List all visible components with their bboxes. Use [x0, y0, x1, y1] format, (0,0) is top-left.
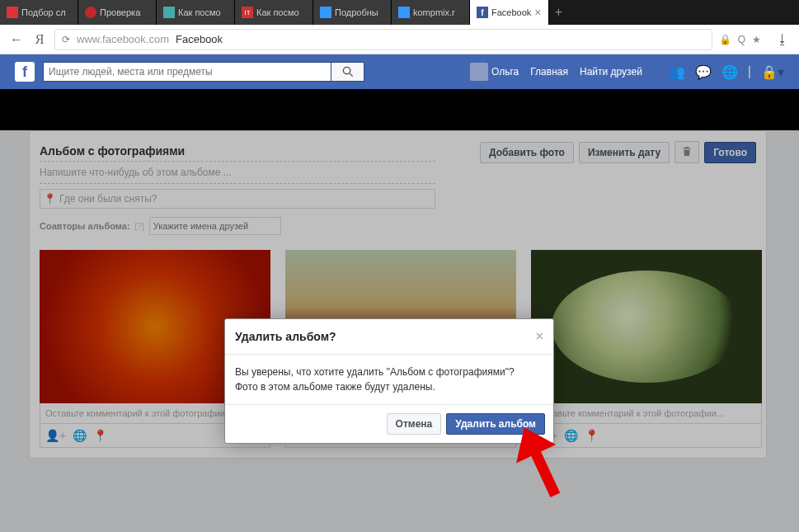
dialog-message-line1: Вы уверены, что хотите удалить "Альбом с… — [235, 365, 543, 379]
close-icon[interactable]: × — [534, 6, 541, 19]
privacy-icon[interactable]: 🔒▾ — [761, 64, 784, 80]
profile-link[interactable]: Ольга — [470, 63, 519, 81]
svg-point-0 — [343, 67, 350, 73]
yandex-button[interactable]: Я — [31, 31, 48, 48]
date-icon[interactable]: 🌐 — [73, 429, 87, 442]
delete-album-button[interactable] — [674, 141, 699, 163]
trash-icon — [682, 146, 692, 156]
notifications-icon[interactable]: 🌐 — [721, 64, 738, 80]
location-icon: 📍 — [44, 193, 56, 205]
location-icon[interactable]: 📍 — [585, 429, 599, 442]
new-tab-button[interactable]: + — [549, 0, 569, 25]
facebook-header: f Ольга Главная Найти друзей 👥 💬 🌐 | 🔒▾ — [0, 54, 799, 89]
download-icon[interactable]: ⭳ — [774, 31, 791, 48]
svg-line-1 — [350, 73, 353, 77]
delete-album-dialog: Удалить альбом? × Вы уверены, что хотите… — [224, 318, 554, 444]
tab-label: Как посмо — [256, 7, 299, 17]
friends-icon[interactable]: 👥 — [669, 64, 685, 80]
nav-home[interactable]: Главная — [530, 66, 568, 78]
cancel-button[interactable]: Отмена — [387, 413, 442, 435]
album-title-input[interactable] — [40, 141, 435, 162]
tab-label: Проверка — [100, 7, 140, 17]
tag-icon[interactable]: 👤+ — [45, 429, 66, 442]
coauthors-input[interactable] — [149, 217, 281, 235]
browser-tab-6[interactable]: kompmix.r — [392, 0, 470, 25]
browser-tab-1[interactable]: Подбор сл — [0, 0, 78, 25]
address-bar: ← Я ⟳ www.facebook.com Facebook 🔒 Q ★ ⭳ — [0, 25, 799, 54]
location-icon[interactable]: 📍 — [93, 429, 107, 442]
url-host: www.facebook.com — [77, 33, 169, 45]
album-location-input[interactable]: 📍 Где они были сняты? — [40, 189, 435, 209]
close-icon[interactable]: × — [536, 329, 543, 344]
tab-label: kompmix.r — [413, 7, 455, 17]
coauthors-label: Соавторы альбома: — [40, 221, 130, 231]
url-field[interactable]: ⟳ www.facebook.com Facebook — [54, 29, 712, 50]
change-date-button[interactable]: Изменить дату — [579, 142, 670, 163]
search-icon — [342, 66, 354, 78]
dialog-message-line2: Фото в этом альбоме также будут удалены. — [235, 379, 543, 394]
search-input[interactable] — [43, 62, 331, 82]
magnet-icon[interactable]: Q — [738, 34, 745, 45]
avatar — [470, 63, 488, 81]
date-icon[interactable]: 🌐 — [564, 429, 578, 442]
reload-icon[interactable]: ⟳ — [62, 34, 70, 45]
tab-label: Как посмо — [178, 7, 221, 17]
photo-card: Оставьте комментарий к этой фотографии..… — [531, 250, 762, 448]
content-area: Напишите что-нибудь об этом альбоме ... … — [0, 130, 799, 532]
browser-tab-3[interactable]: Как посмо — [157, 0, 235, 25]
nav-find-friends[interactable]: Найти друзей — [580, 66, 642, 78]
done-button[interactable]: Готово — [704, 142, 756, 163]
tab-label: Подбор сл — [21, 7, 66, 17]
help-icon[interactable]: [?] — [135, 222, 144, 231]
browser-tab-5[interactable]: Подробны — [313, 0, 392, 25]
photo-comment-input[interactable]: Оставьте комментарий к этой фотографии..… — [531, 403, 762, 424]
browser-tab-4[interactable]: ITКак посмо — [235, 0, 313, 25]
star-icon[interactable]: ★ — [752, 34, 761, 45]
tab-label: Facebook — [491, 7, 531, 17]
facebook-logo[interactable]: f — [15, 62, 35, 82]
messages-icon[interactable]: 💬 — [695, 64, 712, 80]
confirm-delete-button[interactable]: Удалить альбом — [446, 413, 545, 435]
photo-thumbnail[interactable] — [531, 250, 762, 403]
browser-tab-2[interactable]: Проверка — [78, 0, 157, 25]
search-button[interactable] — [331, 62, 364, 82]
add-photo-button[interactable]: Добавить фото — [480, 142, 574, 163]
url-title: Facebook — [176, 33, 223, 45]
lock-icon[interactable]: 🔒 — [719, 34, 731, 45]
search-container — [43, 62, 364, 82]
tab-label: Подробны — [335, 7, 378, 17]
header-nav: Ольга Главная Найти друзей 👥 💬 🌐 | 🔒▾ — [470, 63, 784, 81]
album-description-input[interactable]: Напишите что-нибудь об этом альбоме ... — [40, 162, 435, 184]
back-button[interactable]: ← — [8, 31, 25, 48]
dialog-title: Удалить альбом? — [235, 330, 336, 343]
user-name: Ольга — [491, 66, 519, 78]
browser-tab-active[interactable]: fFacebook× — [470, 0, 549, 25]
browser-tab-strip: Подбор сл Проверка Как посмо ITКак посмо… — [0, 0, 799, 25]
